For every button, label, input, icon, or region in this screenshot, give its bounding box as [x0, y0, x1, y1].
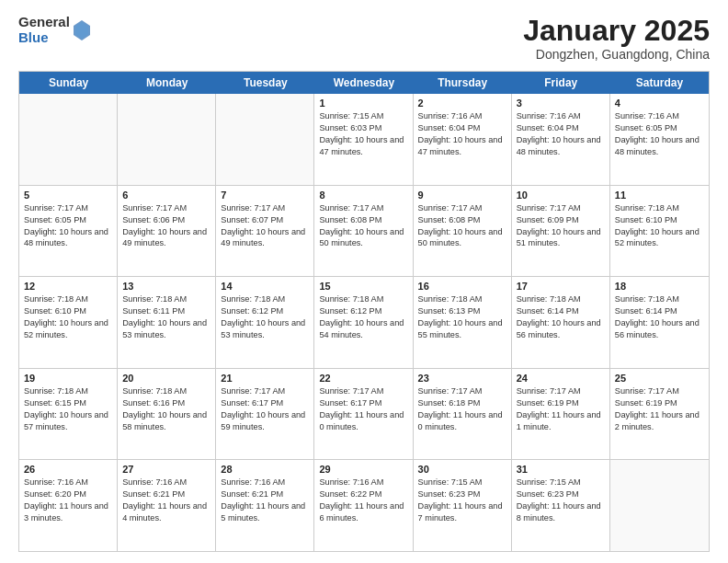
day-number: 2 [418, 98, 506, 109]
day-number: 26 [24, 464, 112, 475]
cal-cell-4-0: 26Sunrise: 7:16 AM Sunset: 6:20 PM Dayli… [19, 460, 118, 551]
day-info: Sunrise: 7:16 AM Sunset: 6:05 PM Dayligh… [615, 110, 704, 158]
day-number: 17 [517, 281, 605, 292]
cal-cell-1-4: 9Sunrise: 7:17 AM Sunset: 6:08 PM Daylig… [414, 186, 512, 277]
day-info: Sunrise: 7:17 AM Sunset: 6:19 PM Dayligh… [517, 385, 605, 433]
cal-cell-3-5: 24Sunrise: 7:17 AM Sunset: 6:19 PM Dayli… [512, 369, 610, 460]
day-number: 10 [517, 190, 605, 201]
day-info: Sunrise: 7:17 AM Sunset: 6:08 PM Dayligh… [418, 202, 506, 250]
cal-cell-0-2 [216, 94, 314, 185]
cal-cell-2-2: 14Sunrise: 7:18 AM Sunset: 6:12 PM Dayli… [216, 277, 314, 368]
header-thursday: Thursday [414, 72, 512, 94]
day-info: Sunrise: 7:16 AM Sunset: 6:21 PM Dayligh… [221, 477, 309, 524]
day-info: Sunrise: 7:15 AM Sunset: 6:03 PM Dayligh… [319, 110, 407, 158]
cal-cell-4-3: 29Sunrise: 7:16 AM Sunset: 6:22 PM Dayli… [314, 460, 413, 551]
day-info: Sunrise: 7:16 AM Sunset: 6:22 PM Dayligh… [319, 477, 407, 524]
cal-cell-4-1: 27Sunrise: 7:16 AM Sunset: 6:21 PM Dayli… [118, 460, 216, 551]
day-info: Sunrise: 7:18 AM Sunset: 6:10 PM Dayligh… [615, 202, 704, 250]
day-number: 6 [122, 190, 210, 201]
header-wednesday: Wednesday [314, 72, 413, 94]
day-info: Sunrise: 7:17 AM Sunset: 6:08 PM Dayligh… [319, 202, 407, 250]
logo-blue: Blue [18, 30, 70, 46]
day-number: 16 [418, 281, 506, 292]
cal-cell-3-1: 20Sunrise: 7:18 AM Sunset: 6:16 PM Dayli… [118, 369, 216, 460]
day-info: Sunrise: 7:17 AM Sunset: 6:18 PM Dayligh… [418, 385, 506, 433]
cal-cell-2-6: 18Sunrise: 7:18 AM Sunset: 6:14 PM Dayli… [610, 277, 709, 368]
cal-cell-3-0: 19Sunrise: 7:18 AM Sunset: 6:15 PM Dayli… [19, 369, 118, 460]
day-info: Sunrise: 7:17 AM Sunset: 6:17 PM Dayligh… [221, 385, 309, 433]
day-info: Sunrise: 7:18 AM Sunset: 6:14 PM Dayligh… [517, 293, 605, 341]
day-number: 21 [221, 373, 309, 384]
day-info: Sunrise: 7:17 AM Sunset: 6:09 PM Dayligh… [517, 202, 605, 250]
day-number: 15 [319, 281, 407, 292]
cal-cell-1-2: 7Sunrise: 7:17 AM Sunset: 6:07 PM Daylig… [216, 186, 314, 277]
cal-cell-4-6 [610, 460, 709, 551]
cal-cell-3-3: 22Sunrise: 7:17 AM Sunset: 6:17 PM Dayli… [314, 369, 413, 460]
cal-cell-2-3: 15Sunrise: 7:18 AM Sunset: 6:12 PM Dayli… [314, 277, 413, 368]
day-info: Sunrise: 7:17 AM Sunset: 6:07 PM Dayligh… [221, 202, 309, 250]
cal-cell-2-0: 12Sunrise: 7:18 AM Sunset: 6:10 PM Dayli… [19, 277, 118, 368]
header-tuesday: Tuesday [216, 72, 314, 94]
day-number: 31 [517, 464, 605, 475]
day-number: 23 [418, 373, 506, 384]
title-section: January 2025 Dongzhen, Guangdong, China [523, 15, 710, 62]
day-number: 4 [615, 98, 704, 109]
logo: General Blue [18, 15, 90, 45]
day-info: Sunrise: 7:16 AM Sunset: 6:04 PM Dayligh… [418, 110, 506, 158]
cal-cell-0-6: 4Sunrise: 7:16 AM Sunset: 6:05 PM Daylig… [610, 94, 709, 185]
day-info: Sunrise: 7:17 AM Sunset: 6:05 PM Dayligh… [24, 202, 112, 250]
day-number: 7 [221, 190, 309, 201]
header: General Blue January 2025 Dongzhen, Guan… [18, 15, 710, 62]
cal-cell-0-5: 3Sunrise: 7:16 AM Sunset: 6:04 PM Daylig… [512, 94, 610, 185]
day-number: 9 [418, 190, 506, 201]
day-number: 27 [122, 464, 210, 475]
cal-cell-2-4: 16Sunrise: 7:18 AM Sunset: 6:13 PM Dayli… [414, 277, 512, 368]
day-number: 8 [319, 190, 407, 201]
day-info: Sunrise: 7:17 AM Sunset: 6:17 PM Dayligh… [319, 385, 407, 433]
day-number: 11 [615, 190, 704, 201]
day-info: Sunrise: 7:18 AM Sunset: 6:11 PM Dayligh… [122, 293, 210, 341]
cal-cell-1-1: 6Sunrise: 7:17 AM Sunset: 6:06 PM Daylig… [118, 186, 216, 277]
cal-cell-1-0: 5Sunrise: 7:17 AM Sunset: 6:05 PM Daylig… [19, 186, 118, 277]
cal-cell-1-3: 8Sunrise: 7:17 AM Sunset: 6:08 PM Daylig… [314, 186, 413, 277]
day-number: 13 [122, 281, 210, 292]
cal-cell-3-6: 25Sunrise: 7:17 AM Sunset: 6:19 PM Dayli… [610, 369, 709, 460]
month-title: January 2025 [523, 15, 710, 47]
day-number: 3 [517, 98, 605, 109]
cal-cell-1-6: 11Sunrise: 7:18 AM Sunset: 6:10 PM Dayli… [610, 186, 709, 277]
header-friday: Friday [512, 72, 610, 94]
cal-cell-0-1 [118, 94, 216, 185]
day-number: 1 [319, 98, 407, 109]
day-info: Sunrise: 7:18 AM Sunset: 6:12 PM Dayligh… [221, 293, 309, 341]
cal-cell-3-4: 23Sunrise: 7:17 AM Sunset: 6:18 PM Dayli… [414, 369, 512, 460]
header-saturday: Saturday [610, 72, 709, 94]
day-info: Sunrise: 7:16 AM Sunset: 6:20 PM Dayligh… [24, 477, 112, 524]
logo-icon [74, 20, 90, 40]
day-info: Sunrise: 7:16 AM Sunset: 6:04 PM Dayligh… [517, 110, 605, 158]
day-number: 24 [517, 373, 605, 384]
day-number: 18 [615, 281, 704, 292]
cal-cell-0-3: 1Sunrise: 7:15 AM Sunset: 6:03 PM Daylig… [314, 94, 413, 185]
calendar: Sunday Monday Tuesday Wednesday Thursday… [18, 71, 710, 552]
calendar-body: 1Sunrise: 7:15 AM Sunset: 6:03 PM Daylig… [19, 94, 709, 551]
logo-text: General Blue [18, 15, 70, 45]
cal-cell-2-1: 13Sunrise: 7:18 AM Sunset: 6:11 PM Dayli… [118, 277, 216, 368]
week-row-5: 26Sunrise: 7:16 AM Sunset: 6:20 PM Dayli… [19, 460, 709, 551]
day-number: 25 [615, 373, 704, 384]
day-info: Sunrise: 7:18 AM Sunset: 6:12 PM Dayligh… [319, 293, 407, 341]
day-number: 28 [221, 464, 309, 475]
day-info: Sunrise: 7:15 AM Sunset: 6:23 PM Dayligh… [418, 477, 506, 524]
day-info: Sunrise: 7:17 AM Sunset: 6:19 PM Dayligh… [615, 385, 704, 433]
week-row-4: 19Sunrise: 7:18 AM Sunset: 6:15 PM Dayli… [19, 369, 709, 461]
cal-cell-0-0 [19, 94, 118, 185]
cal-cell-2-5: 17Sunrise: 7:18 AM Sunset: 6:14 PM Dayli… [512, 277, 610, 368]
header-sunday: Sunday [19, 72, 118, 94]
cal-cell-3-2: 21Sunrise: 7:17 AM Sunset: 6:17 PM Dayli… [216, 369, 314, 460]
day-info: Sunrise: 7:15 AM Sunset: 6:23 PM Dayligh… [517, 477, 605, 524]
day-number: 14 [221, 281, 309, 292]
day-number: 22 [319, 373, 407, 384]
day-number: 20 [122, 373, 210, 384]
cal-cell-4-5: 31Sunrise: 7:15 AM Sunset: 6:23 PM Dayli… [512, 460, 610, 551]
cal-cell-1-5: 10Sunrise: 7:17 AM Sunset: 6:09 PM Dayli… [512, 186, 610, 277]
header-monday: Monday [118, 72, 216, 94]
